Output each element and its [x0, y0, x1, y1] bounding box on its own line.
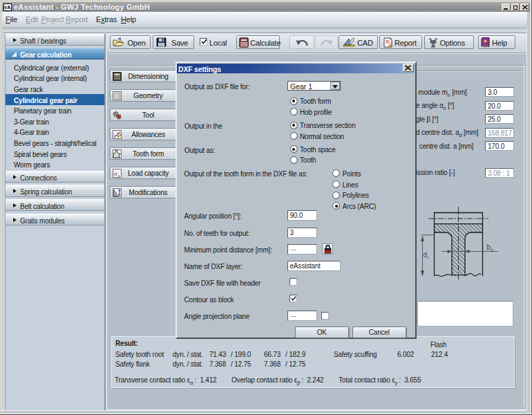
svg-text:d: d	[424, 251, 428, 259]
svg-text:s: s	[491, 248, 494, 252]
svg-text:x: x	[117, 174, 120, 178]
svg-text:σ: σ	[114, 170, 117, 177]
svg-text:i: i	[428, 255, 429, 260]
